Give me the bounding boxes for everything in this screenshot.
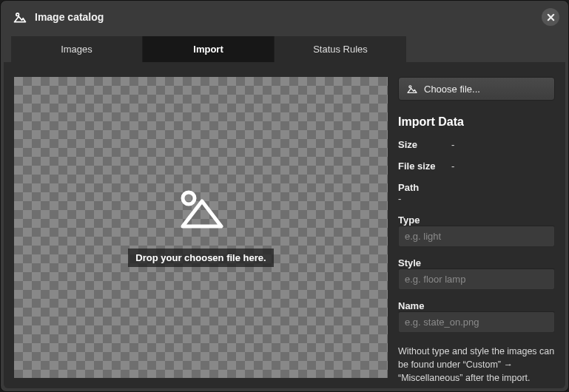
- style-block: Style: [398, 254, 555, 290]
- path-block: Path -: [398, 179, 555, 204]
- svg-point-2: [409, 86, 411, 88]
- dropzone-caption: Drop your choosen file here.: [128, 249, 273, 267]
- style-label: Style: [398, 257, 555, 268]
- path-value: -: [398, 193, 555, 204]
- name-block: Name: [398, 297, 555, 333]
- style-input[interactable]: [398, 268, 555, 290]
- svg-point-0: [16, 13, 19, 16]
- choose-file-label: Choose file...: [424, 84, 480, 95]
- close-button[interactable]: [542, 8, 559, 26]
- size-row: Size -: [398, 139, 555, 150]
- name-input[interactable]: [398, 311, 555, 333]
- import-sidepanel: Choose file... Import Data Size - File s…: [398, 77, 555, 378]
- choose-file-button[interactable]: Choose file...: [398, 77, 555, 101]
- tab-status-rules-label: Status Rules: [313, 44, 368, 55]
- dialog-body: Drop your choosen file here. Choose file…: [4, 62, 565, 388]
- filesize-row: File size -: [398, 160, 555, 172]
- size-value: -: [451, 139, 454, 150]
- image-catalog-dialog: Image catalog Images Import Status Rules…: [0, 0, 569, 392]
- filesize-label: File size: [398, 160, 451, 172]
- tab-import[interactable]: Import: [143, 36, 275, 62]
- image-icon: [13, 10, 27, 24]
- size-label: Size: [398, 139, 451, 150]
- type-input[interactable]: [398, 226, 555, 247]
- image-icon: [406, 83, 418, 95]
- svg-point-1: [183, 192, 195, 204]
- image-placeholder-icon: [172, 188, 230, 231]
- type-label: Type: [398, 214, 555, 226]
- titlebar: Image catalog: [1, 1, 568, 32]
- filesize-value: -: [451, 160, 454, 172]
- close-icon: [547, 13, 555, 21]
- tabbar: Images Import Status Rules: [1, 32, 568, 62]
- tab-import-label: Import: [193, 44, 223, 55]
- name-label: Name: [398, 300, 555, 311]
- dialog-title: Image catalog: [35, 11, 534, 23]
- import-help-text: Without type and style the images can be…: [398, 345, 555, 385]
- import-data-heading: Import Data: [398, 115, 555, 129]
- type-block: Type: [398, 212, 555, 247]
- file-dropzone[interactable]: Drop your choosen file here.: [14, 77, 388, 378]
- path-label: Path: [398, 182, 555, 193]
- tab-images[interactable]: Images: [11, 36, 143, 62]
- tab-images-label: Images: [61, 44, 92, 55]
- tab-status-rules[interactable]: Status Rules: [275, 36, 406, 62]
